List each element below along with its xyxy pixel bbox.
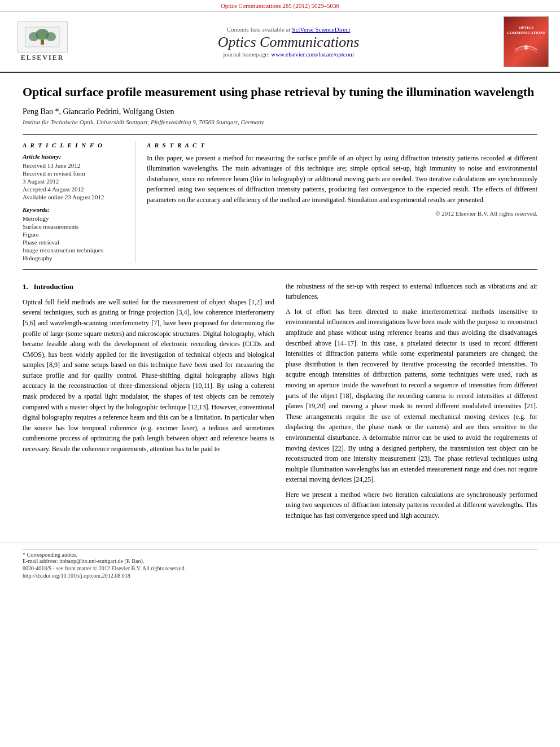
journal-cover-image: OPTICSCOMMUNICATIONS — [504, 16, 549, 67]
journal-header: ELSEVIER Contents lists available at Sci… — [0, 12, 560, 73]
intro-para-right-3: Here we present a method where two itera… — [286, 490, 537, 521]
keyword-item: Figure — [23, 231, 126, 238]
journal-ref-text: Optics Communications 285 (2012) 5029–50… — [221, 2, 339, 9]
journal-title: Optics Communications — [73, 34, 504, 51]
abstract-label: A B S T R A C T — [147, 142, 537, 148]
history-item: Received 13 June 2012 — [23, 162, 126, 169]
sciverse-line: Contents lists available at SciVerse Sci… — [73, 26, 504, 33]
keywords-label: Keywords: — [23, 206, 126, 213]
svg-point-3 — [46, 32, 56, 41]
copyright-notice: © 2012 Elsevier B.V. All rights reserved… — [147, 210, 537, 217]
keywords-list: Metrology Surface measurements Figure Ph… — [23, 215, 126, 261]
intro-para-1: Optical full field methods are well suit… — [23, 297, 274, 455]
elsevier-brand: ELSEVIER — [21, 54, 64, 62]
keyword-item: Holography — [23, 255, 126, 261]
svg-rect-4 — [41, 40, 44, 45]
history-item: Received in revised form — [23, 170, 126, 177]
journal-ref-bar: Optics Communications 285 (2012) 5029–50… — [0, 0, 560, 12]
article-info-column: A R T I C L E I N F O Article history: R… — [23, 142, 135, 263]
svg-point-5 — [524, 45, 528, 50]
elsevier-logo-image — [17, 21, 68, 53]
history-label: Article history: — [23, 153, 126, 160]
keyword-item: Metrology — [23, 215, 126, 222]
email-note: E-mail address: itobaop@ito.uni-stuttgar… — [23, 558, 537, 564]
body-left-column: 1. Introduction Optical full field metho… — [23, 281, 274, 526]
homepage-link[interactable]: www.elsevier.com/locate/optcom — [271, 51, 354, 58]
article-info-abstract: A R T I C L E I N F O Article history: R… — [23, 134, 537, 270]
doi-line-2: http://dx.doi.org/10.1016/j.optcom.2012.… — [23, 573, 537, 579]
body-content: 1. Introduction Optical full field metho… — [23, 281, 537, 526]
affiliation: Institut für Technische Optik, Universit… — [23, 119, 537, 125]
sciverse-link[interactable]: SciVerse ScienceDirect — [292, 26, 350, 33]
history-list: Received 13 June 2012 Received in revise… — [23, 162, 126, 200]
journal-homepage: journal homepage: www.elsevier.com/locat… — [73, 51, 504, 58]
history-item: Accepted 4 August 2012 — [23, 186, 126, 193]
section-number: 1. — [23, 282, 28, 291]
keyword-item: Surface measurements — [23, 223, 126, 230]
cover-title: OPTICSCOMMUNICATIONS — [507, 25, 545, 36]
section-title: Introduction — [34, 282, 74, 291]
intro-para-right-1: the robustness of the set-up with respec… — [286, 281, 537, 302]
body-right-column: the robustness of the set-up with respec… — [286, 281, 537, 526]
abstract-column: A B S T R A C T In this paper, we presen… — [147, 142, 537, 263]
article-title: Optical surface profile measurement usin… — [23, 84, 537, 101]
doi-line-1: 0030-4018/$ - see front matter © 2012 El… — [23, 565, 537, 571]
history-item: Available online 23 August 2012 — [23, 194, 126, 200]
elsevier-logo-area: ELSEVIER — [11, 21, 73, 62]
article-content: Optical surface profile measurement usin… — [0, 73, 560, 537]
svg-point-2 — [29, 32, 39, 41]
journal-header-center: Contents lists available at SciVerse Sci… — [73, 26, 504, 58]
intro-para-right-2: A lot of effort has been directed to mak… — [286, 307, 537, 485]
history-item: 3 August 2012 — [23, 178, 126, 185]
abstract-text: In this paper, we present a method for m… — [147, 153, 537, 206]
article-footer: * Corresponding author. E-mail address: … — [0, 543, 560, 584]
keyword-item: Image reconstruction techniques — [23, 247, 126, 254]
keyword-item: Phase retrieval — [23, 239, 126, 246]
article-info-label: A R T I C L E I N F O — [23, 142, 126, 148]
intro-heading: 1. Introduction — [23, 281, 274, 292]
authors: Peng Bao *, Giancarlo Pedrini, Wolfgang … — [23, 107, 537, 116]
corresponding-author-note: * Corresponding author. — [23, 552, 537, 558]
